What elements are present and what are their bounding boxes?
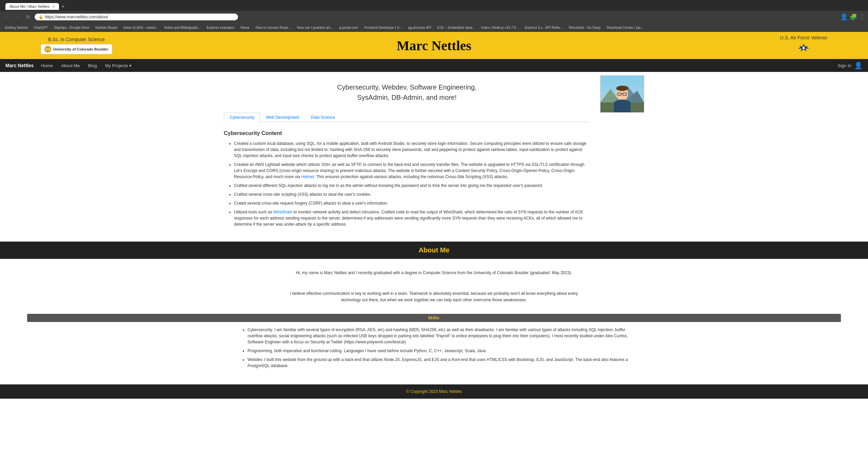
browser-toolbar: ← → ↻ 🔒 https://www.marcnettles.com/abou… — [0, 11, 868, 23]
bookmark-home[interactable]: Home — [238, 25, 252, 30]
bookmark-frontend[interactable]: Frontend Developer | S... — [362, 25, 404, 30]
skills-list: Cybersecurity. I am familiar with severa… — [237, 327, 631, 369]
tab-close-icon[interactable]: ✕ — [52, 5, 55, 8]
helmet-link[interactable]: Helmet — [301, 174, 314, 179]
bookmark-node[interactable]: How to connect Node... — [254, 25, 293, 30]
navbar: Marc Nettles Home About Me Blog My Proje… — [0, 59, 868, 72]
about-me-section-header: About Me — [0, 242, 868, 259]
content-tabs: Cybersecurity Web Development Data Scien… — [224, 113, 590, 122]
site-header: B.Sc. in Computer Science CU University … — [0, 32, 868, 59]
bookmark-express[interactable]: Express examples — [205, 25, 237, 30]
browser-chrome: About Me | Marc Nettles ✕ + ← → ↻ 🔒 http… — [0, 0, 868, 32]
back-button[interactable]: ← — [3, 14, 11, 20]
bookmark-gportal[interactable]: g-portal.com — [337, 25, 360, 30]
bookmark-pgpromise[interactable]: pg-promise API — [406, 25, 433, 30]
about-teamwork: I believe effective communication is key… — [281, 285, 587, 309]
bookmark-kanban[interactable]: Kanban Board — [93, 25, 119, 30]
bookmark-getting-started[interactable]: Getting Started — [3, 25, 29, 30]
air-force-icon — [780, 42, 827, 56]
university-name: University of Colorado Boulder — [53, 47, 108, 51]
bookmark-ejs[interactable]: EJS -- Embedded Java... — [435, 25, 477, 30]
extensions-icon[interactable]: 🧩 — [850, 13, 857, 21]
nav-about[interactable]: About Me — [60, 62, 81, 70]
about-me-title: About Me — [418, 246, 449, 254]
skill-programming: Programming, both imperative and functio… — [248, 348, 631, 354]
tabs-container: Cybersecurity Web Development Data Scien… — [224, 113, 644, 122]
veteran-text: U.S. Air Force Veteran — [780, 35, 827, 40]
sign-in-button[interactable]: Sign In — [838, 63, 851, 68]
header-left: B.Sc. in Computer Science CU University … — [41, 37, 112, 54]
address-bar[interactable]: 🔒 https://www.marcnettles.com/about — [35, 14, 238, 20]
user-avatar-icon[interactable]: 👤 — [854, 61, 863, 70]
tab-webdev[interactable]: Web Development — [260, 113, 305, 122]
nav-brand[interactable]: Marc Nettles — [5, 63, 34, 68]
list-item: Crated several cross-site request forger… — [234, 200, 590, 206]
bookmark-express2[interactable]: Express 5.x - API Refer... — [523, 25, 565, 30]
list-item: Crafted several different SQL-injection … — [234, 183, 590, 189]
forward-button[interactable]: → — [14, 14, 22, 20]
site-title: Marc Nettles — [397, 38, 471, 54]
degree-text: B.Sc. in Computer Science — [41, 37, 112, 42]
bookmark-chatgpt[interactable]: ChatGPT — [32, 25, 50, 30]
skill-cybersecurity: Cybersecurity. I am familiar with severa… — [248, 327, 631, 345]
wireshark-link[interactable]: WireShark — [273, 210, 292, 214]
active-tab[interactable]: About Me | Marc Nettles ✕ — [5, 3, 59, 10]
nav-home[interactable]: Home — [40, 62, 54, 70]
cybersecurity-title: Cybersecurity Content — [224, 130, 590, 136]
university-logo: CU — [44, 46, 51, 53]
profile-photo-placeholder — [600, 76, 644, 112]
header-center: Marc Nettles — [397, 38, 471, 54]
tab-cybersecurity[interactable]: Cybersecurity — [224, 113, 260, 122]
list-item: Utilized tools such as WireShark to moni… — [234, 209, 590, 227]
refresh-button[interactable]: ↻ — [24, 14, 32, 20]
nav-left: Marc Nettles Home About Me Blog My Proje… — [5, 62, 132, 70]
nav-blog[interactable]: Blog — [87, 62, 98, 70]
bookmark-notes[interactable]: Notes and Bibliograph... — [162, 25, 203, 30]
hero-section: Cybersecurity, Webdev, Software Engineer… — [224, 72, 644, 106]
copyright-text: © Copyright 2023 Marc Nettles — [406, 389, 462, 394]
list-item: Created an AWS Lightsail website which u… — [234, 162, 590, 180]
about-intro: Hi, my name is Marc Nettles and I recent… — [281, 264, 587, 282]
university-badge: CU University of Colorado Boulder — [41, 44, 112, 54]
nav-projects-dropdown[interactable]: My Projects ▾ — [104, 62, 133, 70]
header-right: U.S. Air Force Veteran — [780, 35, 827, 56]
profile-icon[interactable]: 👤 — [840, 13, 848, 21]
tab-title: About Me | Marc Nettles — [9, 4, 50, 8]
list-item: Created a custom local database, using S… — [234, 140, 590, 159]
skills-bar: Skills: — [27, 314, 841, 322]
skill-webdev: Webdev. I built this website from the gr… — [248, 357, 631, 369]
bookmark-nodejs[interactable]: Index | Node.js v18.7.0... — [479, 25, 520, 30]
svg-point-8 — [616, 86, 628, 91]
browser-tabs: About Me | Marc Nettles ✕ + — [0, 0, 868, 11]
bookmark-practice[interactable]: How can I practice act... — [295, 25, 335, 30]
list-item: Crafted several cross-site scripting (XS… — [234, 191, 590, 197]
bookmark-wireshark[interactable]: Wireshark - Go Deep — [567, 25, 603, 30]
url-text: https://www.marcnettles.com/about — [45, 15, 108, 19]
menu-icon[interactable]: ⋮ — [859, 13, 865, 21]
new-tab-button[interactable]: + — [59, 2, 67, 11]
cybersecurity-list: Created a custom local database, using S… — [224, 140, 590, 227]
bookmarks-bar: Getting Started ChatGPT Digiclips - Goog… — [0, 23, 868, 32]
cybersecurity-content: Cybersecurity Content Created a custom l… — [224, 126, 644, 235]
profile-photo — [600, 75, 644, 113]
hero-tagline: Cybersecurity, Webdev, Software Engineer… — [224, 82, 590, 102]
footer: © Copyright 2023 Marc Nettles — [0, 384, 868, 399]
bookmark-digiclips[interactable]: Digiclips - Google Drive — [52, 25, 91, 30]
bookmark-inbox[interactable]: Inbox (6,264) - manel... — [121, 25, 160, 30]
tab-datascience[interactable]: Data Science — [305, 113, 341, 122]
nav-right: Sign In 👤 — [838, 61, 863, 70]
bookmark-download[interactable]: Download Center | Jac... — [605, 25, 646, 30]
